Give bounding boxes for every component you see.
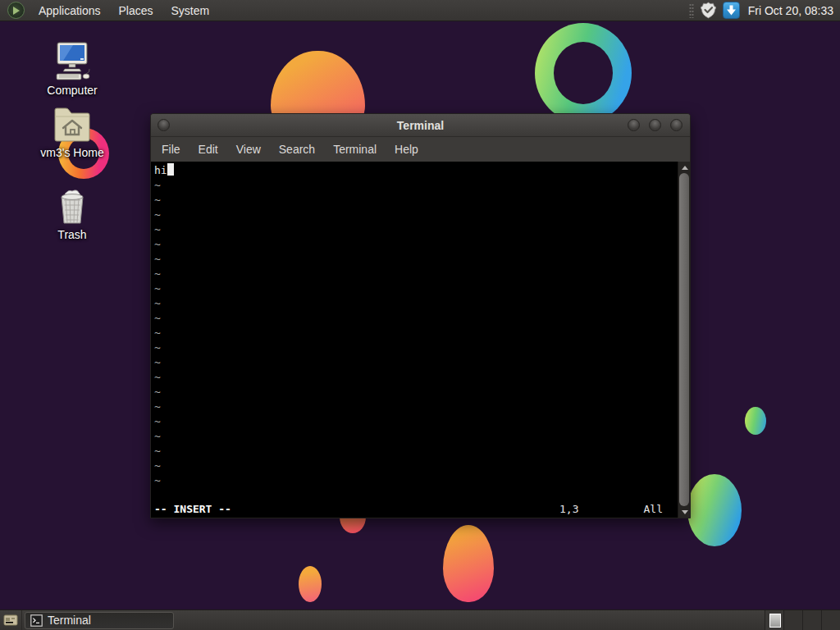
scroll-down-icon[interactable] xyxy=(678,506,691,518)
desktop-icon-label: Trash xyxy=(27,228,117,241)
terminal-window: Terminal File Edit View Search Terminal … xyxy=(150,113,691,518)
panel-grip-handle[interactable] xyxy=(689,3,694,18)
vim-tilde-line: ~ xyxy=(154,429,678,444)
menu-places[interactable]: Places xyxy=(110,0,162,21)
vim-tilde-line: ~ xyxy=(154,385,678,399)
taskbar-window-label: Terminal xyxy=(48,614,91,627)
vim-tilde-line: ~ xyxy=(154,311,678,326)
computer-icon xyxy=(27,41,117,80)
desktop-icon-trash[interactable]: Trash xyxy=(27,187,117,241)
terminal-app-icon xyxy=(30,614,43,627)
vim-mode-indicator: -- INSERT -- xyxy=(154,502,231,517)
show-desktop-icon xyxy=(3,614,18,627)
wallpaper-ring xyxy=(535,23,632,123)
top-panel: Applications Places System Fri Oct 20, 0… xyxy=(0,0,840,21)
window-title: Terminal xyxy=(151,119,690,132)
workspace-window-thumbnail xyxy=(769,614,781,628)
menu-applications[interactable]: Applications xyxy=(30,0,110,21)
vim-tildes: ~~~~~~~~~~~~~~~~~~~~~ xyxy=(154,178,678,488)
vim-tilde-line: ~ xyxy=(154,399,678,414)
vim-tilde-line: ~ xyxy=(154,178,678,193)
desktop-icon-computer[interactable]: Computer xyxy=(27,41,117,97)
vim-tilde-line: ~ xyxy=(154,237,678,252)
taskbar: Terminal xyxy=(0,609,840,630)
workspace-2[interactable] xyxy=(783,610,802,630)
close-button[interactable] xyxy=(670,119,682,131)
trash-icon xyxy=(27,187,117,225)
vim-tilde-line: ~ xyxy=(154,281,678,296)
wallpaper-blob xyxy=(299,566,322,602)
scroll-up-icon[interactable] xyxy=(678,162,691,173)
vim-tilde-line: ~ xyxy=(154,473,678,488)
window-titlebar[interactable]: Terminal xyxy=(151,114,690,137)
vim-tilde-line: ~ xyxy=(154,326,678,340)
maximize-button[interactable] xyxy=(649,119,661,131)
vim-tilde-line: ~ xyxy=(154,208,678,222)
vim-tilde-line: ~ xyxy=(154,370,678,385)
vim-tilde-line: ~ xyxy=(154,355,678,370)
home-folder-icon xyxy=(27,105,117,143)
minimize-button[interactable] xyxy=(628,119,640,131)
vim-tilde-line: ~ xyxy=(154,222,678,237)
scrollbar-thumb[interactable] xyxy=(679,173,689,506)
vim-tilde-line: ~ xyxy=(154,296,678,311)
terminal-scrollbar[interactable] xyxy=(678,162,690,518)
wallpaper-blob xyxy=(745,407,766,435)
vim-scroll-position: All xyxy=(644,502,663,517)
terminal-content[interactable]: hi ~~~~~~~~~~~~~~~~~~~~~ -- INSERT -- 1,… xyxy=(151,162,678,518)
vim-tilde-line: ~ xyxy=(154,459,678,473)
menu-search[interactable]: Search xyxy=(270,137,324,162)
text-cursor xyxy=(167,163,174,176)
menu-terminal[interactable]: Terminal xyxy=(324,137,386,162)
workspace-switcher xyxy=(765,610,840,630)
vim-statusline: -- INSERT -- 1,3 All xyxy=(151,502,678,517)
wallpaper-blob xyxy=(443,525,494,602)
clock-applet[interactable]: Fri Oct 20, 08:33 xyxy=(743,4,840,17)
desktop-icon-home[interactable]: vm3's Home xyxy=(27,105,117,159)
vim-ruler: 1,3 xyxy=(559,502,578,517)
desktop-icon-label: vm3's Home xyxy=(27,146,117,159)
desktop-icon-label: Computer xyxy=(27,84,117,97)
menu-view[interactable]: View xyxy=(227,137,270,162)
show-desktop-button[interactable] xyxy=(0,610,22,630)
security-shield-icon[interactable] xyxy=(700,2,718,20)
menu-edit[interactable]: Edit xyxy=(189,137,227,162)
distro-menu-icon[interactable] xyxy=(7,2,25,19)
software-update-icon[interactable] xyxy=(723,2,741,20)
terminal-menubar: File Edit View Search Terminal Help xyxy=(151,137,690,162)
vim-tilde-line: ~ xyxy=(154,252,678,267)
menu-file[interactable]: File xyxy=(153,137,189,162)
vim-text-line: hi xyxy=(154,163,678,178)
vim-tilde-line: ~ xyxy=(154,340,678,355)
workspace-3[interactable] xyxy=(802,610,821,630)
menu-system[interactable]: System xyxy=(162,0,219,21)
wallpaper-ring-hole xyxy=(554,42,613,104)
workspace-1[interactable] xyxy=(765,610,783,630)
taskbar-window-button[interactable]: Terminal xyxy=(25,612,174,629)
wallpaper-blob xyxy=(687,474,742,546)
vim-tilde-line: ~ xyxy=(154,414,678,429)
vim-tilde-line: ~ xyxy=(154,444,678,459)
menu-help[interactable]: Help xyxy=(386,137,427,162)
workspace-4[interactable] xyxy=(821,610,840,630)
vim-tilde-line: ~ xyxy=(154,193,678,208)
vim-tilde-line: ~ xyxy=(154,267,678,281)
